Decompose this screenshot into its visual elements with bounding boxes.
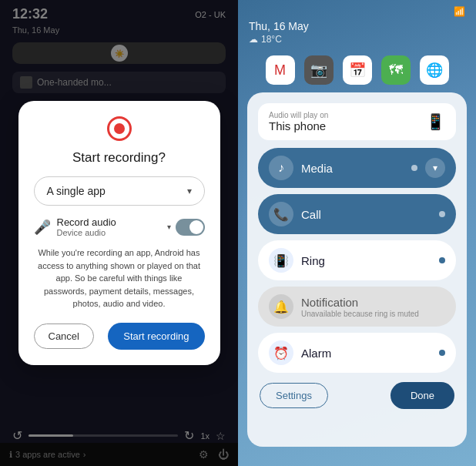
audio-caret-icon[interactable]: ▾ — [167, 223, 171, 231]
ring-icon: 📳 — [269, 248, 293, 273]
gmail-icon[interactable]: M — [266, 55, 295, 85]
ring-dot — [439, 257, 445, 263]
call-dot — [439, 211, 445, 217]
dialog-icon-row — [34, 116, 205, 141]
audio-sublabel: Device audio — [57, 228, 161, 237]
media-dot — [411, 165, 417, 171]
call-icon: 📞 — [269, 202, 293, 226]
settings-button[interactable]: Settings — [260, 383, 328, 408]
dialog-overlay: Start recording? A single app ▾ 🎤 Record… — [0, 0, 238, 466]
right-temp: ☁ 18°C — [238, 34, 476, 51]
volume-item-media[interactable]: ♪ Media ▾ — [258, 148, 456, 188]
dialog-buttons: Cancel Start recording — [34, 323, 205, 350]
dialog-warning: While you're recording an app, Android h… — [34, 246, 205, 310]
volume-item-call[interactable]: 📞 Call — [258, 194, 456, 234]
chevron-down-icon: ▾ — [187, 186, 192, 196]
cloud-icon: ☁ — [249, 34, 258, 45]
app-dropdown[interactable]: A single app ▾ — [34, 176, 205, 206]
mic-icon: 🎤 — [34, 219, 51, 236]
audio-output-label: Audio will play on — [269, 111, 328, 119]
notification-col: Notification Unavailable because ring is… — [301, 296, 445, 318]
right-status-icons: 📶 — [454, 6, 465, 17]
dropdown-value: A single app — [47, 185, 106, 197]
call-label: Call — [301, 208, 431, 221]
volume-panel: Audio will play on This phone 📱 ♪ Media … — [247, 92, 467, 447]
audio-row-right: ▾ — [167, 219, 205, 236]
audio-toggle[interactable] — [176, 219, 205, 236]
dialog-title: Start recording? — [34, 150, 205, 166]
right-status-bar: 📶 — [238, 0, 476, 18]
audio-label-col: Record audio Device audio — [57, 216, 161, 237]
audio-output-device: This phone — [269, 119, 328, 132]
volume-item-ring[interactable]: 📳 Ring — [258, 240, 456, 280]
volume-item-alarm[interactable]: ⏰ Alarm — [258, 333, 456, 373]
audio-row: 🎤 Record audio Device audio ▾ — [34, 216, 205, 237]
alarm-label: Alarm — [301, 347, 431, 360]
app-icons-row: M 📷 📅 🗺 🌐 — [238, 51, 476, 92]
cancel-button[interactable]: Cancel — [34, 324, 94, 349]
dialog: Start recording? A single app ▾ 🎤 Record… — [18, 101, 220, 365]
audio-output-info: Audio will play on This phone — [269, 111, 328, 132]
left-panel: 12:32 O2 - UK Thu, 16 May ☀️ One-handed … — [0, 0, 238, 466]
maps-icon[interactable]: 🗺 — [381, 55, 411, 85]
ring-label: Ring — [301, 254, 431, 267]
volume-item-notification: 🔔 Notification Unavailable because ring … — [258, 287, 456, 327]
chrome-icon[interactable]: 🌐 — [420, 55, 449, 85]
alarm-icon: ⏰ — [269, 340, 293, 365]
temp-label: 18°C — [261, 34, 282, 45]
record-icon — [107, 116, 132, 141]
media-label: Media — [301, 162, 404, 175]
right-date: Thu, 16 May — [238, 18, 476, 34]
media-icon: ♪ — [269, 156, 293, 180]
media-expand-icon[interactable]: ▾ — [425, 158, 445, 178]
start-recording-button[interactable]: Start recording — [108, 323, 204, 350]
done-button[interactable]: Done — [391, 382, 454, 409]
audio-label: Record audio — [57, 216, 161, 228]
phone-icon: 📱 — [426, 112, 445, 131]
notification-sub: Unavailable because ring is muted — [301, 310, 445, 318]
notification-label: Notification — [301, 296, 358, 309]
right-panel: 📶 Thu, 16 May ☁ 18°C M 📷 📅 🗺 🌐 Audio wil… — [238, 0, 476, 466]
camera-icon[interactable]: 📷 — [304, 55, 334, 85]
calendar-icon[interactable]: 📅 — [343, 55, 372, 85]
audio-output-row: Audio will play on This phone 📱 — [258, 103, 456, 140]
bottom-buttons-row: Settings Done — [258, 379, 456, 409]
alarm-dot — [439, 350, 445, 356]
notification-icon: 🔔 — [269, 294, 293, 319]
